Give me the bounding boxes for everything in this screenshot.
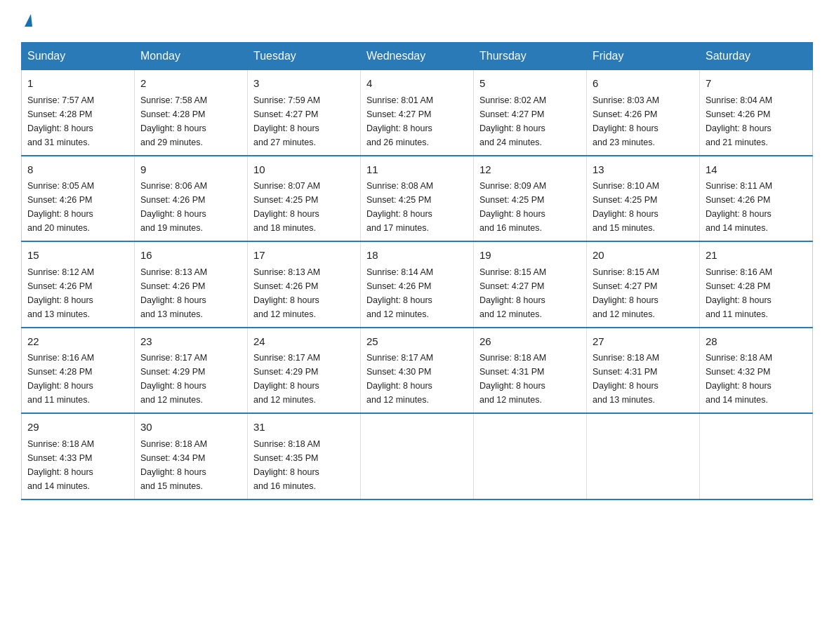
day-number: 9 [140, 162, 241, 178]
day-number: 7 [706, 76, 807, 92]
day-info: Sunrise: 8:15 AMSunset: 4:27 PMDaylight:… [479, 267, 546, 319]
day-info: Sunrise: 8:03 AMSunset: 4:26 PMDaylight:… [593, 95, 659, 147]
day-number: 6 [593, 76, 694, 92]
day-info: Sunrise: 8:07 AMSunset: 4:25 PMDaylight:… [253, 181, 320, 233]
calendar-cell: 6 Sunrise: 8:03 AMSunset: 4:26 PMDayligh… [587, 70, 700, 156]
calendar-week-row: 29 Sunrise: 8:18 AMSunset: 4:33 PMDaylig… [22, 413, 813, 499]
calendar-week-row: 15 Sunrise: 8:12 AMSunset: 4:26 PMDaylig… [22, 241, 813, 328]
day-number: 11 [366, 162, 468, 178]
calendar-cell: 2 Sunrise: 7:58 AMSunset: 4:28 PMDayligh… [135, 70, 248, 156]
day-info: Sunrise: 8:05 AMSunset: 4:26 PMDaylight:… [27, 181, 94, 233]
calendar-cell: 18 Sunrise: 8:14 AMSunset: 4:26 PMDaylig… [361, 241, 474, 328]
calendar-cell: 23 Sunrise: 8:17 AMSunset: 4:29 PMDaylig… [135, 328, 248, 414]
day-info: Sunrise: 8:18 AMSunset: 4:31 PMDaylight:… [479, 353, 546, 405]
day-number: 1 [27, 76, 128, 92]
day-number: 25 [366, 334, 468, 350]
calendar-cell: 25 Sunrise: 8:17 AMSunset: 4:30 PMDaylig… [361, 328, 474, 414]
day-number: 2 [140, 76, 241, 92]
calendar-cell: 26 Sunrise: 8:18 AMSunset: 4:31 PMDaylig… [474, 328, 587, 414]
calendar-cell: 13 Sunrise: 8:10 AMSunset: 4:25 PMDaylig… [587, 156, 700, 242]
calendar-cell: 22 Sunrise: 8:16 AMSunset: 4:28 PMDaylig… [22, 328, 135, 414]
calendar-cell: 29 Sunrise: 8:18 AMSunset: 4:33 PMDaylig… [22, 413, 135, 499]
calendar-cell: 16 Sunrise: 8:13 AMSunset: 4:26 PMDaylig… [135, 241, 248, 328]
calendar-cell [361, 413, 474, 499]
calendar-cell: 24 Sunrise: 8:17 AMSunset: 4:29 PMDaylig… [248, 328, 361, 414]
day-number: 5 [479, 76, 581, 92]
day-number: 23 [140, 334, 241, 350]
day-info: Sunrise: 8:15 AMSunset: 4:27 PMDaylight:… [593, 267, 659, 319]
day-info: Sunrise: 8:17 AMSunset: 4:30 PMDaylight:… [366, 353, 433, 405]
column-header-tuesday: Tuesday [248, 43, 361, 70]
calendar-cell: 4 Sunrise: 8:01 AMSunset: 4:27 PMDayligh… [361, 70, 474, 156]
calendar-cell: 9 Sunrise: 8:06 AMSunset: 4:26 PMDayligh… [135, 156, 248, 242]
calendar-cell: 28 Sunrise: 8:18 AMSunset: 4:32 PMDaylig… [700, 328, 813, 414]
day-info: Sunrise: 8:10 AMSunset: 4:25 PMDaylight:… [593, 181, 659, 233]
calendar-cell: 31 Sunrise: 8:18 AMSunset: 4:35 PMDaylig… [248, 413, 361, 499]
day-number: 12 [479, 162, 581, 178]
calendar-cell: 14 Sunrise: 8:11 AMSunset: 4:26 PMDaylig… [700, 156, 813, 242]
calendar-table: SundayMondayTuesdayWednesdayThursdayFrid… [21, 42, 813, 500]
day-info: Sunrise: 8:18 AMSunset: 4:32 PMDaylight:… [706, 353, 772, 405]
calendar-cell: 3 Sunrise: 7:59 AMSunset: 4:27 PMDayligh… [248, 70, 361, 156]
day-number: 10 [253, 162, 355, 178]
calendar-cell [474, 413, 587, 499]
day-number: 30 [140, 420, 241, 436]
day-number: 27 [593, 334, 694, 350]
day-number: 4 [366, 76, 468, 92]
day-info: Sunrise: 8:13 AMSunset: 4:26 PMDaylight:… [253, 267, 320, 319]
calendar-cell: 27 Sunrise: 8:18 AMSunset: 4:31 PMDaylig… [587, 328, 700, 414]
column-header-friday: Friday [587, 43, 700, 70]
calendar-cell [587, 413, 700, 499]
day-info: Sunrise: 8:01 AMSunset: 4:27 PMDaylight:… [366, 95, 433, 147]
day-info: Sunrise: 8:17 AMSunset: 4:29 PMDaylight:… [140, 353, 207, 405]
calendar-cell: 12 Sunrise: 8:09 AMSunset: 4:25 PMDaylig… [474, 156, 587, 242]
calendar-week-row: 8 Sunrise: 8:05 AMSunset: 4:26 PMDayligh… [22, 156, 813, 242]
day-number: 29 [27, 420, 128, 436]
day-info: Sunrise: 8:18 AMSunset: 4:35 PMDaylight:… [253, 439, 320, 491]
day-info: Sunrise: 8:13 AMSunset: 4:26 PMDaylight:… [140, 267, 207, 319]
calendar-cell: 11 Sunrise: 8:08 AMSunset: 4:25 PMDaylig… [361, 156, 474, 242]
column-header-saturday: Saturday [700, 43, 813, 70]
day-info: Sunrise: 8:18 AMSunset: 4:34 PMDaylight:… [140, 439, 207, 491]
day-number: 20 [593, 248, 694, 264]
calendar-header-row: SundayMondayTuesdayWednesdayThursdayFrid… [22, 43, 813, 70]
day-info: Sunrise: 8:08 AMSunset: 4:25 PMDaylight:… [366, 181, 433, 233]
day-info: Sunrise: 8:14 AMSunset: 4:26 PMDaylight:… [366, 267, 433, 319]
page-header [21, 14, 813, 28]
day-info: Sunrise: 8:17 AMSunset: 4:29 PMDaylight:… [253, 353, 320, 405]
calendar-cell: 7 Sunrise: 8:04 AMSunset: 4:26 PMDayligh… [700, 70, 813, 156]
calendar-cell: 10 Sunrise: 8:07 AMSunset: 4:25 PMDaylig… [248, 156, 361, 242]
calendar-cell [700, 413, 813, 499]
day-info: Sunrise: 8:02 AMSunset: 4:27 PMDaylight:… [479, 95, 546, 147]
calendar-cell: 17 Sunrise: 8:13 AMSunset: 4:26 PMDaylig… [248, 241, 361, 328]
column-header-sunday: Sunday [22, 43, 135, 70]
calendar-cell: 5 Sunrise: 8:02 AMSunset: 4:27 PMDayligh… [474, 70, 587, 156]
day-info: Sunrise: 8:06 AMSunset: 4:26 PMDaylight:… [140, 181, 207, 233]
column-header-wednesday: Wednesday [361, 43, 474, 70]
day-info: Sunrise: 7:57 AMSunset: 4:28 PMDaylight:… [27, 95, 94, 147]
day-number: 18 [366, 248, 468, 264]
day-info: Sunrise: 8:16 AMSunset: 4:28 PMDaylight:… [27, 353, 94, 405]
day-number: 13 [593, 162, 694, 178]
calendar-cell: 20 Sunrise: 8:15 AMSunset: 4:27 PMDaylig… [587, 241, 700, 328]
day-info: Sunrise: 8:18 AMSunset: 4:31 PMDaylight:… [593, 353, 659, 405]
calendar-cell: 30 Sunrise: 8:18 AMSunset: 4:34 PMDaylig… [135, 413, 248, 499]
day-number: 17 [253, 248, 355, 264]
logo [21, 14, 32, 28]
day-number: 21 [706, 248, 807, 264]
day-info: Sunrise: 8:04 AMSunset: 4:26 PMDaylight:… [706, 95, 772, 147]
day-number: 8 [27, 162, 128, 178]
column-header-monday: Monday [135, 43, 248, 70]
day-number: 31 [253, 420, 355, 436]
day-number: 26 [479, 334, 581, 350]
day-number: 22 [27, 334, 128, 350]
day-info: Sunrise: 8:11 AMSunset: 4:26 PMDaylight:… [706, 181, 772, 233]
day-number: 14 [706, 162, 807, 178]
calendar-cell: 1 Sunrise: 7:57 AMSunset: 4:28 PMDayligh… [22, 70, 135, 156]
day-info: Sunrise: 8:09 AMSunset: 4:25 PMDaylight:… [479, 181, 546, 233]
day-number: 15 [27, 248, 128, 264]
calendar-week-row: 1 Sunrise: 7:57 AMSunset: 4:28 PMDayligh… [22, 70, 813, 156]
calendar-cell: 21 Sunrise: 8:16 AMSunset: 4:28 PMDaylig… [700, 241, 813, 328]
day-info: Sunrise: 8:12 AMSunset: 4:26 PMDaylight:… [27, 267, 94, 319]
day-info: Sunrise: 8:16 AMSunset: 4:28 PMDaylight:… [706, 267, 772, 319]
